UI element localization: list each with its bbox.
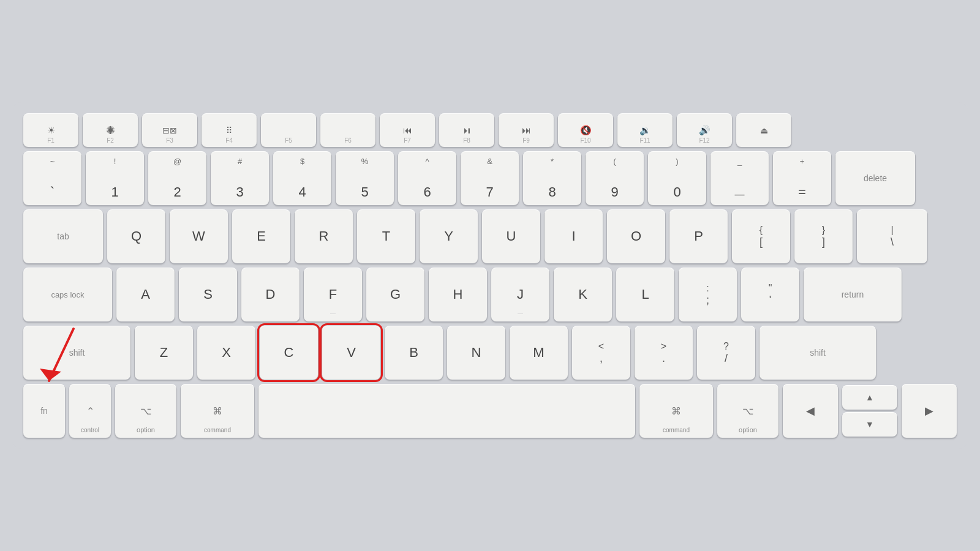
key-g[interactable]: G xyxy=(366,268,424,321)
key-f4[interactable]: ⠿ F4 xyxy=(202,113,257,147)
key-0[interactable]: ) 0 xyxy=(648,151,706,205)
key-r[interactable]: R xyxy=(295,209,353,263)
key-shift-left[interactable]: shift xyxy=(23,326,130,380)
key-f8[interactable]: ⏯ F8 xyxy=(439,113,494,147)
key-v[interactable]: V xyxy=(322,326,380,380)
key-quote[interactable]: " ' xyxy=(741,268,799,321)
key-space[interactable] xyxy=(258,384,635,438)
key-1[interactable]: ! 1 xyxy=(86,151,144,205)
key-f3[interactable]: ⊟⊠ F3 xyxy=(142,113,197,147)
key-backtick[interactable]: ~ ` xyxy=(23,151,81,205)
key-7[interactable]: & 7 xyxy=(461,151,519,205)
key-d[interactable]: D xyxy=(241,268,300,321)
key-fn[interactable]: fn xyxy=(23,384,65,438)
key-f[interactable]: F — xyxy=(304,268,362,321)
key-y[interactable]: Y xyxy=(420,209,478,263)
key-j[interactable]: J — xyxy=(491,268,549,321)
qwerty-row: tab Q W E R T Y U I O P { [ } ] | \ xyxy=(23,209,957,263)
bottom-row: fn ⌃ control ⌥ option ⌘ command ⌘ comman… xyxy=(23,384,957,438)
key-a[interactable]: A xyxy=(116,268,175,321)
key-bracket-open[interactable]: { [ xyxy=(732,209,790,263)
key-f9[interactable]: ⏭ F9 xyxy=(499,113,554,147)
key-command-right[interactable]: ⌘ command xyxy=(639,384,713,438)
key-c[interactable]: C xyxy=(260,326,318,380)
key-f11[interactable]: 🔉 F11 xyxy=(617,113,673,147)
key-l[interactable]: L xyxy=(616,268,674,321)
key-p[interactable]: P xyxy=(669,209,728,263)
key-equal[interactable]: + = xyxy=(773,151,831,205)
key-3[interactable]: # 3 xyxy=(211,151,269,205)
key-semicolon[interactable]: : ; xyxy=(679,268,737,321)
key-backslash[interactable]: | \ xyxy=(857,209,927,263)
key-f5[interactable]: F5 xyxy=(261,113,316,147)
key-f2[interactable]: ✺ F2 xyxy=(83,113,138,147)
key-k[interactable]: K xyxy=(554,268,612,321)
key-t[interactable]: T xyxy=(357,209,415,263)
key-4[interactable]: $ 4 xyxy=(273,151,331,205)
fn-row: ☀ F1 ✺ F2 ⊟⊠ F3 ⠿ F4 F5 F6 ⏮ F7 xyxy=(23,113,957,147)
key-e[interactable]: E xyxy=(232,209,290,263)
key-return[interactable]: return xyxy=(804,268,902,321)
key-f10[interactable]: 🔇 F10 xyxy=(558,113,613,147)
key-m[interactable]: M xyxy=(510,326,568,380)
key-shift-right[interactable]: shift xyxy=(760,326,876,380)
key-f6[interactable]: F6 xyxy=(320,113,375,147)
num-row: ~ ` ! 1 @ 2 # 3 $ 4 % 5 ^ 6 & 7 xyxy=(23,151,957,205)
key-command-left[interactable]: ⌘ command xyxy=(181,384,254,438)
key-power[interactable]: ⏏ xyxy=(736,113,791,147)
key-s[interactable]: S xyxy=(179,268,237,321)
key-o[interactable]: O xyxy=(607,209,665,263)
zxcv-row: shift Z X C V B N M < , > . ? / shift xyxy=(23,326,957,380)
key-z[interactable]: Z xyxy=(135,326,193,380)
key-option-left[interactable]: ⌥ option xyxy=(115,384,176,438)
key-arrow-up[interactable]: ▲ xyxy=(842,385,897,410)
key-period[interactable]: > . xyxy=(635,326,693,380)
key-option-right[interactable]: ⌥ option xyxy=(717,384,778,438)
key-slash[interactable]: ? / xyxy=(697,326,755,380)
key-minus[interactable]: _ — xyxy=(710,151,769,205)
key-arrow-left[interactable]: ◀ xyxy=(783,384,838,438)
key-arrow-down[interactable]: ▼ xyxy=(842,412,897,437)
key-w[interactable]: W xyxy=(170,209,228,263)
key-f12[interactable]: 🔊 F12 xyxy=(677,113,732,147)
keyboard: ☀ F1 ✺ F2 ⊟⊠ F3 ⠿ F4 F5 F6 ⏮ F7 xyxy=(12,102,968,449)
key-6[interactable]: ^ 6 xyxy=(398,151,456,205)
key-x[interactable]: X xyxy=(197,326,255,380)
key-caps-lock[interactable]: caps lock xyxy=(23,268,112,321)
key-f1[interactable]: ☀ F1 xyxy=(23,113,78,147)
key-9[interactable]: ( 9 xyxy=(586,151,644,205)
key-arrow-right[interactable]: ▶ xyxy=(902,384,957,438)
key-comma[interactable]: < , xyxy=(572,326,630,380)
key-delete[interactable]: delete xyxy=(835,151,915,205)
key-2[interactable]: @ 2 xyxy=(148,151,206,205)
key-f7[interactable]: ⏮ F7 xyxy=(380,113,435,147)
key-i[interactable]: I xyxy=(545,209,603,263)
asdf-row: caps lock A S D F — G H J — K L : ; " ' … xyxy=(23,268,957,321)
key-q[interactable]: Q xyxy=(107,209,165,263)
key-tab[interactable]: tab xyxy=(23,209,103,263)
arrow-up-down-group: ▲ ▼ xyxy=(842,385,897,437)
key-n[interactable]: N xyxy=(447,326,505,380)
key-h[interactable]: H xyxy=(429,268,487,321)
key-8[interactable]: * 8 xyxy=(523,151,581,205)
key-control[interactable]: ⌃ control xyxy=(69,384,111,438)
key-5[interactable]: % 5 xyxy=(336,151,394,205)
key-u[interactable]: U xyxy=(482,209,540,263)
key-bracket-close[interactable]: } ] xyxy=(794,209,853,263)
key-b[interactable]: B xyxy=(385,326,443,380)
